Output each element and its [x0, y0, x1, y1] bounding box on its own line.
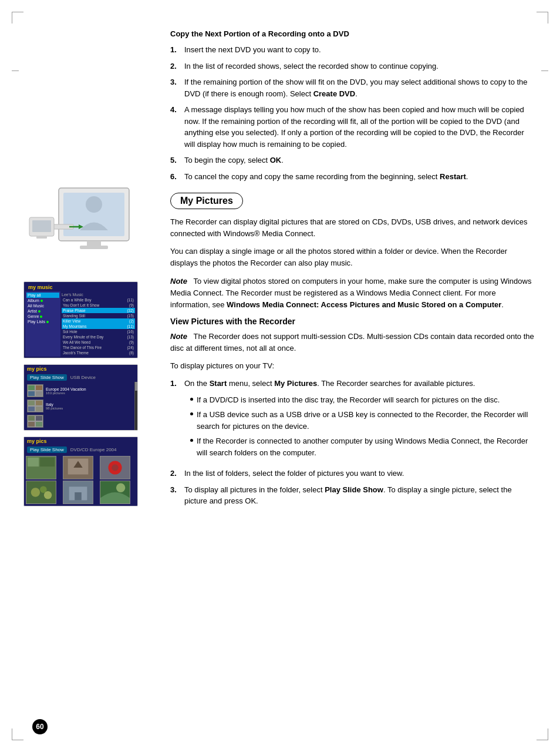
- dvd-label: DVD/CD Europe 2004: [70, 447, 117, 452]
- note-label-2: Note: [170, 332, 187, 341]
- nav-genre: Genre: [26, 314, 59, 319]
- folder-row: Italy 98 pictures: [26, 399, 133, 413]
- step-text: To begin the copy, select OK.: [184, 155, 537, 166]
- view-pictures-note: Note The Recorder does not support multi…: [170, 331, 537, 354]
- scrollbar[interactable]: [134, 382, 137, 430]
- nav-artist: Artist: [26, 308, 59, 314]
- music-nav: Play all Album All Music Artist Genre Pl…: [25, 291, 60, 357]
- svg-rect-7: [32, 220, 51, 232]
- folder-count: 163 pictures: [46, 391, 131, 395]
- music-track: The Dance of This Fire(24): [62, 345, 135, 350]
- step-2: 2. In the list of recorded shows, select…: [170, 61, 537, 72]
- view-step-1: 1. On the Start menu, select My Pictures…: [170, 378, 537, 463]
- step-number: 2.: [170, 468, 180, 479]
- music-track: Can a While Boy(11): [62, 297, 135, 303]
- step-number: 2.: [170, 61, 180, 72]
- step-text: To display all pictures in the folder, s…: [184, 484, 537, 507]
- music-content-title: Lee's Music: [62, 293, 135, 297]
- left-column: my music Play all Album All Music Artist…: [23, 29, 153, 514]
- dvd-ui-title: my pics: [27, 438, 47, 444]
- step-text: To cancel the copy and copy the same rec…: [184, 171, 537, 183]
- dvd-photo-grid: [24, 454, 137, 506]
- music-track-list: Lee's Music Can a While Boy(11) You Don'…: [60, 291, 136, 357]
- corner-mark-tl: [12, 12, 23, 24]
- step-1: 1. Insert the next DVD you want to copy …: [170, 44, 537, 56]
- bullet-item: If a DVD/CD is inserted into the disc tr…: [190, 394, 537, 406]
- my-pictures-para1: The Recorder can display digital picture…: [170, 216, 537, 240]
- music-track: My Mountains(11): [62, 324, 135, 329]
- step-text: In the list of recorded shows, select th…: [184, 61, 537, 72]
- step-text: In the list of folders, select the folde…: [184, 468, 537, 479]
- music-track: Every Minute of the Day(13): [62, 334, 135, 340]
- music-track: Killer View(2): [62, 318, 135, 324]
- copy-steps-list: 1. Insert the next DVD you want to copy …: [170, 44, 537, 182]
- photo-thumb: [63, 456, 93, 479]
- view-pictures-intro: To display pictures on your TV:: [170, 360, 537, 372]
- music-track: You Don't Let It Show(9): [62, 303, 135, 308]
- note-label: Note: [170, 277, 187, 286]
- nav-play-all: Play all: [26, 293, 59, 298]
- folder-info: Italy 98 pictures: [46, 402, 131, 410]
- svg-rect-8: [36, 236, 47, 239]
- svg-rect-4: [80, 246, 108, 249]
- svg-rect-3: [87, 241, 101, 246]
- view-pictures-title: View Pictures with the Recorder: [170, 317, 537, 326]
- bullet-dot: [190, 398, 193, 401]
- bullet-item: If a USB device such as a USB drive or a…: [190, 409, 537, 432]
- step-text: If the remaining portion of the show wil…: [184, 76, 537, 99]
- step-4: 4. A message displays telling you how mu…: [170, 104, 537, 150]
- svg-point-25: [116, 484, 125, 492]
- music-track: Jacob's Theme(8): [62, 350, 135, 355]
- step-3: 3. If the remaining portion of the show …: [170, 76, 537, 99]
- view-steps-list: 1. On the Start menu, select My Pictures…: [170, 378, 537, 507]
- my-pictures-para2: You can display a single image or all th…: [170, 246, 537, 269]
- nav-album: Album: [26, 298, 59, 303]
- step-number: 6.: [170, 171, 180, 183]
- svg-rect-23: [75, 492, 82, 500]
- folder-info: Europe 2004 Vacation 163 pictures: [46, 387, 131, 395]
- corner-mark-br: [537, 728, 548, 740]
- tick-mark: [541, 70, 548, 71]
- photo-thumb: [100, 481, 130, 504]
- svg-rect-17: [26, 481, 56, 503]
- folder-thumbnail: [27, 384, 43, 397]
- copy-section-title: Copy the Next Portion of a Recording ont…: [170, 29, 537, 38]
- folder-thumbnail: [27, 400, 43, 412]
- music-ui-title: my music: [28, 284, 53, 290]
- nav-play-lists: Play Lists: [26, 319, 59, 324]
- bullet-text: If a USB device such as a USB drive or a…: [197, 409, 537, 432]
- tv-computer-illustration: [23, 182, 138, 273]
- svg-point-18: [31, 488, 40, 496]
- folder-row: Europe 2004 Vacation 163 pictures: [26, 384, 133, 398]
- tick-mark: [12, 70, 19, 71]
- bullet-dot: [190, 439, 193, 442]
- step-number: 1.: [170, 378, 180, 463]
- bullet-list: If a DVD/CD is inserted into the disc tr…: [190, 394, 537, 459]
- music-track: Sol Hole(16): [62, 329, 135, 334]
- step-number: 3.: [170, 484, 180, 507]
- photo-thumb: [100, 456, 130, 479]
- dvd-play-slide-show-button[interactable]: Play Slide Show: [27, 446, 67, 453]
- step-text: A message displays telling you how much …: [184, 104, 537, 150]
- my-pictures-note1: Note To view digital photos stored on co…: [170, 276, 537, 311]
- svg-rect-11: [40, 458, 55, 466]
- right-column: Copy the Next Portion of a Recording ont…: [153, 29, 537, 514]
- scrollbar-thumb[interactable]: [135, 382, 138, 391]
- play-slide-show-button[interactable]: Play Slide Show: [27, 374, 67, 381]
- step-number: 3.: [170, 76, 180, 99]
- view-step-2: 2. In the list of folders, select the fo…: [170, 468, 537, 479]
- photo-thumb: [26, 481, 56, 504]
- corner-mark-tr: [537, 12, 548, 24]
- music-track: We All We Need(9): [62, 340, 135, 345]
- folder-name: Europe 2004 Vacation: [46, 387, 131, 391]
- svg-point-20: [44, 491, 52, 499]
- music-track: Standing Still(15): [62, 313, 135, 318]
- photo-thumb: [63, 481, 93, 504]
- svg-point-16: [112, 464, 119, 471]
- step-text: Insert the next DVD you want to copy to.: [184, 44, 537, 56]
- music-track: Praise Phase(32): [62, 308, 135, 313]
- bullet-text: If the Recorder is connected to another …: [197, 435, 537, 458]
- photo-thumb: [26, 456, 56, 479]
- page-number-badge: 60: [32, 719, 48, 734]
- folder-row: [26, 414, 133, 428]
